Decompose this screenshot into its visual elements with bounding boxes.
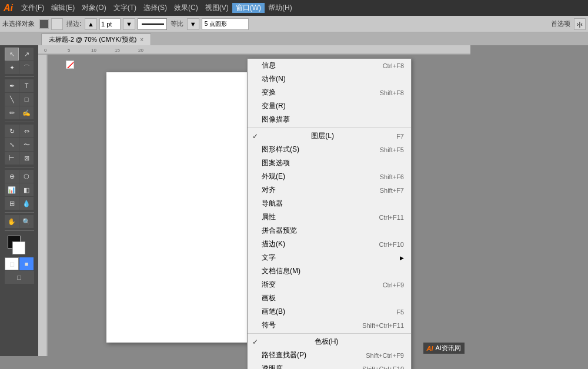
line-tool[interactable]: ╲ — [5, 93, 19, 106]
menu-pathfinder[interactable]: 路径查找器(P) Shift+Ctrl+F9 — [248, 348, 411, 362]
background-color[interactable] — [12, 241, 25, 254]
menu-select[interactable]: 选择(S) — [140, 3, 171, 13]
point-style-btn[interactable]: 5 点圆形 — [202, 18, 249, 30]
menu-edit[interactable]: 编辑(E) — [48, 3, 78, 13]
menu-action[interactable]: 动作(N) — [248, 72, 411, 86]
text-tool[interactable]: T — [19, 79, 34, 92]
free-transform-tool[interactable]: ⊠ — [19, 152, 34, 165]
doc-tab-active[interactable]: 未标题-2 @ 70% (CMYK/预览) × — [41, 33, 151, 45]
stroke-size-input[interactable] — [99, 18, 121, 30]
scale-tool[interactable]: ⤡ — [5, 138, 19, 151]
menu-doc-info[interactable]: 文档信息(M) — [248, 264, 411, 278]
doc-tabs-bar: 未标题-2 @ 70% (CMYK/预览) × — [0, 32, 588, 45]
svg-line-8 — [66, 61, 74, 69]
app-logo: Ai — [4, 3, 13, 14]
menu-help[interactable]: 帮助(H) — [265, 3, 296, 13]
watermark: AI AI资讯网 — [423, 343, 465, 354]
svg-text:5: 5 — [68, 48, 71, 53]
menu-brushes[interactable]: 画笔(B) F5 — [248, 305, 411, 318]
gradient-tool[interactable]: ◧ — [19, 183, 34, 196]
title-bar: Ai 文件(F) 编辑(E) 对象(O) 文字(T) 选择(S) 效果(C) 视… — [0, 0, 588, 16]
menu-info[interactable]: 信息 Ctrl+F8 — [248, 59, 411, 72]
menu-gradient[interactable]: 渐变 Ctrl+F9 — [248, 278, 411, 291]
menu-transform[interactable]: 变换 Shift+F8 — [248, 86, 411, 99]
stroke-icon[interactable]: ■ — [19, 257, 34, 270]
watermark-text: AI资讯网 — [436, 344, 461, 353]
menu-file[interactable]: 文件(F) — [18, 3, 48, 13]
menu-text[interactable]: 文字(T) — [110, 3, 140, 13]
tool-row-rotate: ↻ ⇔ — [5, 125, 34, 137]
ruler-left — [38, 55, 48, 356]
menu-variables[interactable]: 变量(R) — [248, 99, 411, 113]
paintbrush-tool[interactable]: ✏ — [5, 106, 19, 119]
line-style-btn[interactable] — [138, 18, 167, 30]
screen-mode-btn[interactable]: □ — [5, 271, 34, 284]
selection-tool[interactable]: ↖ — [5, 48, 19, 61]
mesh-tool[interactable]: ⊞ — [5, 197, 19, 210]
menu-type[interactable]: 文字 — [248, 251, 411, 264]
tool-row-scale: ⤡ 〜 — [5, 138, 34, 151]
menu-symbols[interactable]: 符号 Shift+Ctrl+F11 — [248, 318, 411, 332]
magic-wand-tool[interactable]: ✦ — [5, 61, 19, 74]
menu-object[interactable]: 对象(O) — [78, 3, 109, 13]
menu-appearance[interactable]: 外观(E) Shift+F6 — [248, 170, 411, 183]
menu-attributes[interactable]: 属性 Ctrl+F11 — [248, 210, 411, 224]
tool-row-paint: ✏ ✍ — [5, 106, 34, 119]
left-toolbar: ↖ ↗ ✦ ⌒ ✒ T ╲ □ ✏ ✍ ↻ ⇔ ⤡ 〜 ⊢ — [0, 45, 38, 356]
svg-text:15: 15 — [115, 48, 120, 53]
lasso-tool[interactable]: ⌒ — [19, 61, 34, 74]
live-paint-tool[interactable]: ⬡ — [19, 170, 34, 183]
menu-swatches[interactable]: 色板(H) — [248, 335, 411, 348]
menu-flattener[interactable]: 拼合器预览 — [248, 224, 411, 237]
warp-tool[interactable]: 〜 — [19, 138, 34, 151]
swatch-none[interactable] — [66, 61, 74, 69]
eyedrop-tool[interactable]: 💧 — [19, 197, 34, 210]
toolbar: 未选择对象 描边: ▲ ▼ 等比 ▼ 5 点圆形 首选项 ›|‹ — [0, 16, 588, 32]
tool-row-pen: ✒ T — [5, 79, 34, 92]
doc-tab-close[interactable]: × — [140, 36, 143, 43]
tool-row-shape: ⊕ ⬡ — [5, 170, 34, 183]
menu-layers[interactable]: 图层(L) F7 — [248, 129, 411, 143]
menu-pattern[interactable]: 图案选项 — [248, 156, 411, 170]
tool-row-gradient: 📊 ◧ — [5, 183, 34, 196]
menu-effect[interactable]: 效果(C) — [171, 3, 202, 13]
tool-separator-4 — [5, 212, 34, 213]
menu-stroke[interactable]: 描边(K) Ctrl+F10 — [248, 237, 411, 251]
zoom-tool[interactable]: 🔍 — [19, 215, 34, 228]
menu-graphic-styles[interactable]: 图形样式(S) Shift+F5 — [248, 143, 411, 156]
shape-build-tool[interactable]: ⊕ — [5, 170, 19, 183]
menu-sep-2 — [248, 333, 411, 334]
rect-tool[interactable]: □ — [19, 93, 34, 106]
tool-row-select: ↖ ↗ — [5, 48, 34, 61]
main-area: ↖ ↗ ✦ ⌒ ✒ T ╲ □ ✏ ✍ ↻ ⇔ ⤡ 〜 ⊢ — [0, 45, 588, 356]
menu-sep-1 — [248, 128, 411, 128]
tool-row-mesh: ⊞ 💧 — [5, 197, 34, 210]
menu-artboards[interactable]: 画板 — [248, 291, 411, 305]
toolbar-square-btn[interactable] — [51, 18, 63, 30]
rotate-tool[interactable]: ↻ — [5, 125, 19, 137]
pen-tool[interactable]: ✒ — [5, 79, 19, 92]
tool-separator-1 — [5, 76, 34, 77]
width-tool[interactable]: ⊢ — [5, 152, 19, 165]
stroke-size-down[interactable]: ▼ — [123, 18, 135, 30]
chart-tool[interactable]: 📊 — [5, 183, 19, 196]
toolbar-small-square[interactable] — [39, 19, 49, 29]
pencil-tool[interactable]: ✍ — [19, 106, 34, 119]
reflect-tool[interactable]: ⇔ — [19, 125, 34, 137]
menu-navigator[interactable]: 导航器 — [248, 197, 411, 210]
menu-image-trace[interactable]: 图像描摹 — [248, 113, 411, 126]
menu-view[interactable]: 视图(V) — [202, 3, 232, 13]
fill-icon[interactable]: ◻ — [5, 257, 19, 270]
equal-sign[interactable]: ▼ — [187, 18, 199, 30]
tool-row-hand: ✋ 🔍 — [5, 215, 34, 228]
color-boxes — [8, 236, 31, 254]
menu-align[interactable]: 对齐 Shift+F7 — [248, 183, 411, 197]
stroke-size-up[interactable]: ▲ — [85, 18, 97, 30]
hand-tool[interactable]: ✋ — [5, 215, 19, 228]
reset-btn[interactable]: ›|‹ — [574, 18, 586, 30]
direct-selection-tool[interactable]: ↗ — [19, 48, 34, 61]
svg-text:20: 20 — [138, 48, 143, 53]
tool-row-line: ╲ □ — [5, 93, 34, 106]
menu-transparency[interactable]: 透明度 Shift+Ctrl+F10 — [248, 362, 411, 369]
menu-window[interactable]: 窗口(W) — [232, 3, 265, 13]
